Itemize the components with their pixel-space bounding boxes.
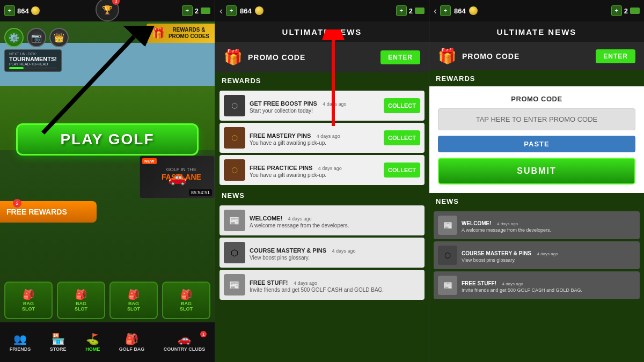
- p3-news-icon-3: 📰: [438, 276, 457, 295]
- gift-icon-p3: 🎁: [438, 47, 457, 65]
- mastery-pins-icon: ⬡: [231, 134, 238, 142]
- add-coins-button-p3[interactable]: +: [440, 5, 451, 16]
- p3-news-info-1: WELCOME! 4 days ago A welcome message fr…: [462, 218, 635, 233]
- promo-car-banner[interactable]: NEW 🚗 GOLF IN THEFASTLANE 85:54:51: [140, 156, 215, 198]
- collect-button-1[interactable]: COLLECT: [384, 98, 420, 113]
- p3-news-time-2: 4 days ago: [537, 252, 558, 256]
- bag-slot-label-1: BAGSLOT: [22, 301, 35, 312]
- next-unlock-panel: NEXT UNLOCK: TOURNAMENTS! PLAY HEAD-TO-H…: [4, 49, 62, 72]
- p3-news-info-3: FREE STUFF! 4 days ago Invite friends an…: [462, 278, 635, 293]
- settings-button[interactable]: ⚙️: [4, 28, 24, 47]
- rewards-header-p3: REWARDS: [429, 70, 644, 86]
- bag-icon-1: 🎒: [23, 289, 34, 300]
- paste-button[interactable]: PASTE: [438, 136, 635, 152]
- nav-store[interactable]: 🏪 STORE: [50, 333, 67, 352]
- reward-time-1: 4 days ago: [323, 101, 346, 107]
- country-clubs-icon: 🚗: [178, 333, 191, 345]
- promo-section-p2: 🎁 PROMO CODE ENTER: [215, 42, 429, 72]
- p3-news-item-3[interactable]: 📰 FREE STUFF! 4 days ago Invite friends …: [434, 271, 640, 299]
- news-item-3[interactable]: 📰 FREE STUFF! 4 days ago Invite friends …: [219, 270, 425, 300]
- promo-input[interactable]: TAP HERE TO ENTER PROMO CODE: [438, 108, 635, 130]
- reward-name-2: FREE MASTERY PINS: [250, 132, 311, 139]
- panel-3: ‹ + 864 + 2 ULTIMATE NEWS 🎁 PROMO CODE E…: [429, 0, 644, 362]
- rewards-banner[interactable]: 🎁 REWARDS & PROMO CODES: [147, 24, 215, 43]
- friends-icon: 👥: [13, 333, 27, 345]
- p3-news-item-2[interactable]: ⬡ COURSE MASTERY & PINS 4 days ago View …: [434, 241, 640, 269]
- add-coins-button-p2[interactable]: +: [226, 5, 237, 16]
- nav-friends[interactable]: 👥 FRIENDS: [10, 333, 31, 352]
- trophy-badge[interactable]: 🏆 3: [96, 0, 119, 21]
- crown-button[interactable]: 👑: [49, 28, 69, 47]
- trophy-count: 3: [112, 0, 120, 5]
- reward-name-3: FREE PRACTICE PINS: [250, 165, 312, 171]
- news-item-1[interactable]: 📰 WELCOME! 4 days ago A welcome message …: [219, 205, 425, 235]
- ultimate-news-header-p3: ULTIMATE NEWS: [429, 21, 644, 42]
- add-cash-button-p3[interactable]: +: [611, 5, 622, 16]
- practice-pins-icon: ⬡: [231, 166, 238, 174]
- news-section-title-p2: NEWS: [222, 191, 245, 200]
- news-icon-3: 📰: [224, 274, 245, 295]
- news-time-1: 4 days ago: [288, 216, 312, 221]
- boost-pins-icon: ⬡: [231, 101, 238, 110]
- coin-icon-p2: [255, 6, 264, 15]
- gift-icon: 🎁: [152, 27, 165, 40]
- nav-country-clubs[interactable]: 🚗 COUNTRY CLUBS 1: [164, 333, 206, 352]
- nav-home[interactable]: ⛳ HOME: [85, 333, 100, 352]
- enter-promo-button-p2[interactable]: ENTER: [380, 50, 420, 64]
- next-unlock-name: TOURNAMENTS!: [9, 56, 57, 62]
- news-name-2: COURSE MASTERY & PINS: [250, 247, 326, 254]
- add-coins-button[interactable]: +: [4, 5, 15, 16]
- collect-button-3[interactable]: COLLECT: [384, 162, 420, 178]
- video-button[interactable]: 📷: [27, 28, 46, 47]
- news-icon-2: ⬡: [224, 242, 245, 263]
- bag-slots-container: 🎒 BAGSLOT 🎒 BAGSLOT 🎒 BAGSLOT 🎒 BAGSLOT: [0, 282, 215, 319]
- bag-slot-label-4: BAGSLOT: [180, 301, 193, 312]
- country-clubs-notification: 1: [200, 331, 207, 337]
- nav-golf-bag[interactable]: 🎒 GOLF BAG: [119, 333, 145, 352]
- p3-news-item-1[interactable]: 📰 WELCOME! 4 days ago A welcome message …: [434, 211, 640, 239]
- add-cash-button[interactable]: +: [182, 5, 193, 16]
- news-time-2: 4 days ago: [332, 248, 355, 254]
- collect-button-2[interactable]: COLLECT: [384, 130, 420, 145]
- crown-icon: 👑: [54, 33, 64, 43]
- p3-news-icon-2: ⬡: [438, 246, 457, 265]
- promo-label-p3: PROMO CODE: [462, 52, 519, 61]
- bag-slot-4[interactable]: 🎒 BAGSLOT: [162, 282, 210, 319]
- gear-icon: ⚙️: [9, 33, 19, 43]
- topbar-right: + 2: [182, 5, 210, 16]
- add-cash-button-p2[interactable]: +: [396, 5, 407, 16]
- reward-item-3: ⬡ FREE PRACTICE PINS 4 days ago You have…: [219, 155, 425, 185]
- p3-news-icon-1: 📰: [438, 216, 457, 235]
- p3-news-desc-2: View boost pins glossary.: [462, 257, 635, 263]
- bag-slot-3[interactable]: 🎒 BAGSLOT: [109, 282, 158, 319]
- p3-news-name-1: WELCOME!: [462, 220, 492, 226]
- news-info-1: WELCOME! 4 days ago A welcome message fr…: [250, 213, 420, 228]
- p3-news-desc-3: Invite friends and get 500 GOLF CASH and…: [462, 287, 635, 293]
- news-item-2[interactable]: ⬡ COURSE MASTERY & PINS 4 days ago View …: [219, 238, 425, 268]
- submit-button[interactable]: SUBMIT: [438, 158, 635, 184]
- next-unlock-prefix: NEXT UNLOCK:: [9, 52, 57, 56]
- nav-store-label: STORE: [50, 346, 67, 352]
- news-name-1: WELCOME!: [250, 215, 282, 221]
- news-name-3: FREE STUFF!: [250, 279, 288, 286]
- panel-2: ‹ + 864 + 2 ULTIMATE NEWS 🎁 PROMO CODE E…: [215, 0, 429, 362]
- gift-icon-p2: 🎁: [224, 48, 243, 66]
- free-rewards-button[interactable]: FREE REWARDS 2: [0, 201, 97, 223]
- reward-desc-2: You have a gift awaiting pick-up.: [250, 140, 379, 146]
- p3-news-time-1: 4 days ago: [497, 221, 518, 226]
- rewards-banner-text: REWARDS & PROMO CODES: [169, 27, 209, 40]
- enter-promo-button-p3[interactable]: ENTER: [596, 49, 635, 63]
- reward-item-1: ⬡ GET FREE BOOST PINS 4 days ago Start y…: [219, 91, 425, 121]
- bag-slot-2[interactable]: 🎒 BAGSLOT: [57, 282, 105, 319]
- p3-news-info-2: COURSE MASTERY & PINS 4 days ago View bo…: [462, 248, 635, 263]
- cash-icon: [201, 8, 210, 14]
- cash-value-p2: 2: [409, 7, 413, 15]
- back-button-p3[interactable]: ‹: [434, 5, 437, 17]
- news-section-header-p3: NEWS: [429, 193, 644, 209]
- play-golf-button[interactable]: PLAY GOLF: [16, 123, 199, 156]
- bag-slot-1[interactable]: 🎒 BAGSLOT: [4, 282, 53, 319]
- nav-friends-label: FRIENDS: [10, 346, 31, 352]
- reward-time-2: 4 days ago: [317, 134, 340, 139]
- back-button-p2[interactable]: ‹: [219, 6, 223, 16]
- ultimate-news-title-p3: ULTIMATE NEWS: [497, 27, 577, 36]
